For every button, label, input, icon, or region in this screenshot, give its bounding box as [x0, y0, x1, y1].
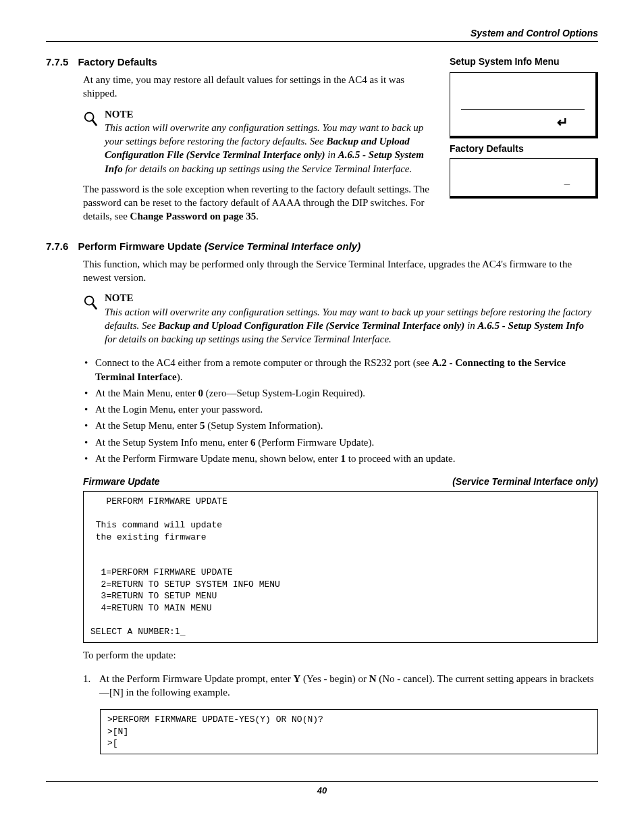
ordered-list: 1.At the Perform Firmware Update prompt,…	[83, 672, 598, 700]
note-heading: NOTE	[105, 291, 598, 305]
note-text: This action will overwrite any configura…	[105, 305, 598, 346]
section-number: 7.7.6	[46, 240, 68, 253]
lcd-panel-lower: _	[450, 158, 598, 199]
note-text: This action will overwrite any configura…	[105, 121, 436, 176]
section-title: Perform Firmware Update (Service Termina…	[78, 240, 360, 253]
list-item: At the Main Menu, enter 0 (zero—Setup Sy…	[83, 386, 598, 400]
terminal-output-box: >PERFORM FIRMWARE UPDATE-YES(Y) OR NO(N)…	[100, 709, 598, 754]
list-item: At the Setup System Info menu, enter 6 (…	[83, 436, 598, 449]
lcd-panel-upper: ↵	[450, 72, 598, 138]
section-7-7-5-heading: 7.7.5 Factory Defaults	[46, 55, 436, 69]
list-item: At the Login Menu, enter your password.	[83, 402, 598, 416]
subheading-row: Firmware Update (Service Terminal Interf…	[83, 475, 598, 488]
page-footer: 40	[46, 781, 598, 797]
note-block: NOTE This action will overwrite any conf…	[83, 107, 436, 176]
note-heading: NOTE	[105, 107, 436, 121]
lcd-cursor: _	[564, 174, 570, 187]
note-block: NOTE This action will overwrite any conf…	[83, 291, 598, 346]
subheading-left: Firmware Update	[83, 475, 160, 488]
section-title: Factory Defaults	[78, 55, 157, 69]
subheading-right: (Service Terminal Interface only)	[452, 475, 598, 488]
svg-line-1	[92, 120, 97, 125]
list-item: 1.At the Perform Firmware Update prompt,…	[83, 672, 598, 700]
running-header: System and Control Options	[46, 27, 598, 42]
svg-point-0	[85, 112, 94, 121]
paragraph: This function, which may be performed on…	[83, 257, 598, 285]
enter-key-icon: ↵	[557, 113, 568, 132]
lcd-factory-defaults-label: Factory Defaults	[450, 142, 598, 155]
svg-point-2	[85, 296, 94, 305]
bullet-list: Connect to the AC4 either from a remote …	[83, 356, 598, 465]
terminal-output-box: PERFORM FIRMWARE UPDATE This command wil…	[83, 491, 598, 643]
magnifier-icon	[83, 291, 98, 346]
magnifier-icon	[83, 107, 98, 176]
section-number: 7.7.5	[46, 55, 68, 69]
list-item: Connect to the AC4 either from a remote …	[83, 356, 598, 384]
svg-line-3	[92, 304, 97, 309]
section-7-7-6-heading: 7.7.6 Perform Firmware Update (Service T…	[46, 240, 598, 253]
paragraph: To perform the update:	[83, 648, 598, 662]
list-item: At the Setup Menu, enter 5 (Setup System…	[83, 419, 598, 432]
lcd-menu-title: Setup System Info Menu	[450, 55, 598, 68]
list-item: At the Perform Firmware Update menu, sho…	[83, 452, 598, 465]
paragraph: At any time, you may restore all default…	[83, 73, 436, 101]
paragraph: The password is the sole exception when …	[83, 182, 436, 224]
